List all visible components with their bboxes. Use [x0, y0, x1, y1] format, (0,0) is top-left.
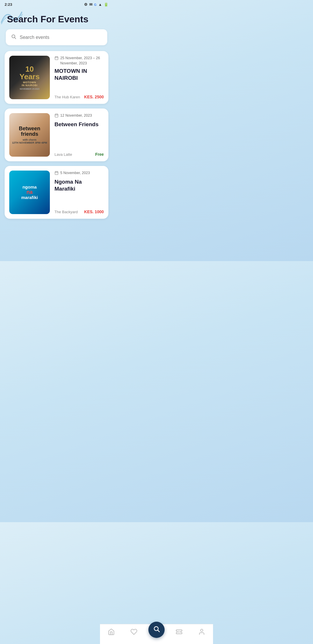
event-price-between: Free — [95, 152, 104, 157]
status-icons: ⚙ ✉ G ▲ 🔋 — [84, 2, 108, 7]
event-name-between: Between Friends — [54, 121, 104, 128]
event-date-between: 12 November, 2023 — [54, 113, 104, 119]
search-icon — [11, 34, 16, 41]
search-box[interactable] — [6, 29, 107, 45]
events-list: 10Years MOTOWNIN NAIROBI NOVEMBER 25·202… — [0, 51, 113, 248]
calendar-icon — [54, 56, 59, 62]
event-footer-motown: The Hub Karen KES. 2500 — [54, 95, 104, 99]
svg-rect-10 — [55, 172, 58, 175]
search-container — [0, 29, 113, 51]
event-venue-ngoma: The Backyard — [54, 210, 78, 214]
event-card-motown[interactable]: 10Years MOTOWNIN NAIROBI NOVEMBER 25·202… — [5, 51, 108, 104]
event-price-ngoma: KES. 1000 — [84, 209, 104, 214]
event-card-between[interactable]: Betweenfriends with cherm12TH NOVEMBER 3… — [5, 108, 108, 161]
page-title: Search For Events — [7, 14, 106, 25]
wifi-icon: ▲ — [98, 2, 102, 7]
battery-icon: 🔋 — [104, 2, 108, 7]
svg-line-1 — [14, 38, 16, 39]
status-bar: 2:23 ⚙ ✉ G ▲ 🔋 — [0, 0, 113, 8]
event-footer-between: Lava Latte Free — [54, 152, 104, 157]
event-venue-between: Lava Latte — [54, 152, 72, 157]
event-date-motown: 25 November, 2023 – 26 November, 2023 — [54, 56, 104, 66]
svg-rect-2 — [55, 57, 58, 60]
status-time: 2:23 — [5, 2, 12, 7]
search-input[interactable] — [20, 35, 102, 40]
event-name-motown: MOTOWN IN NAIROBI — [54, 68, 104, 82]
event-card-ngoma[interactable]: ngomanamarafiki 5 November, 2023 Ngo — [5, 166, 108, 219]
event-info-between: 12 November, 2023 Between Friends Lava L… — [54, 113, 104, 157]
event-info-ngoma: 5 November, 2023 Ngoma Na Marafiki The B… — [54, 171, 104, 214]
event-price-motown: KES. 2500 — [84, 95, 104, 99]
event-name-ngoma: Ngoma Na Marafiki — [54, 178, 104, 192]
event-footer-ngoma: The Backyard KES. 1000 — [54, 209, 104, 214]
calendar-icon — [54, 171, 59, 177]
google-icon: G — [94, 3, 97, 6]
event-info-motown: 25 November, 2023 – 26 November, 2023 MO… — [54, 56, 104, 99]
svg-rect-6 — [55, 114, 58, 117]
settings-icon: ⚙ — [84, 2, 88, 7]
calendar-icon — [54, 113, 59, 119]
event-venue-motown: The Hub Karen — [54, 95, 80, 99]
event-date-ngoma: 5 November, 2023 — [54, 171, 104, 177]
header-area: Search For Events — [0, 8, 113, 29]
email-icon: ✉ — [89, 2, 92, 7]
